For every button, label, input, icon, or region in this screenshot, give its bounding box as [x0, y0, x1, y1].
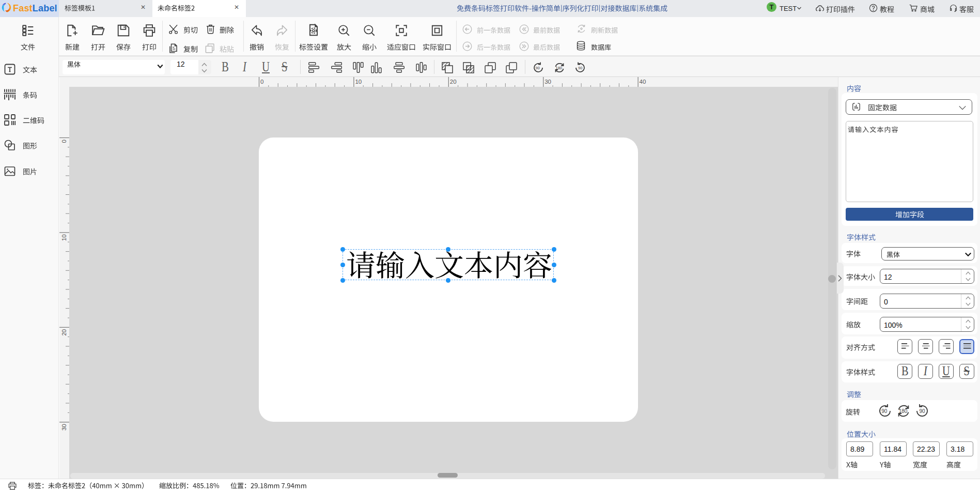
svg-text:40: 40	[640, 79, 646, 85]
svg-text:20: 20	[450, 79, 457, 85]
svg-text:0: 0	[260, 79, 263, 85]
svg-text:180: 180	[556, 66, 563, 70]
svg-text:30: 30	[545, 79, 551, 85]
svg-text:10: 10	[61, 234, 67, 241]
svg-text:90: 90	[578, 66, 582, 70]
svg-text:20: 20	[61, 329, 67, 336]
svg-text:0: 0	[61, 140, 67, 143]
svg-text:30: 30	[61, 424, 67, 431]
svg-text:180: 180	[899, 408, 908, 414]
svg-text:90: 90	[881, 408, 888, 414]
svg-text:90: 90	[919, 408, 925, 414]
svg-text:90: 90	[536, 66, 540, 70]
svg-text:10: 10	[355, 79, 362, 85]
